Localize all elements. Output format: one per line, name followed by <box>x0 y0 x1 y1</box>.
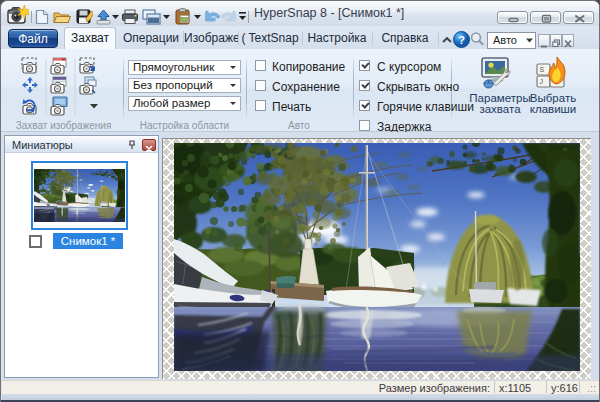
svg-text:?: ? <box>458 34 465 46</box>
svg-text:J: J <box>540 78 544 85</box>
svg-text:S: S <box>540 66 545 73</box>
